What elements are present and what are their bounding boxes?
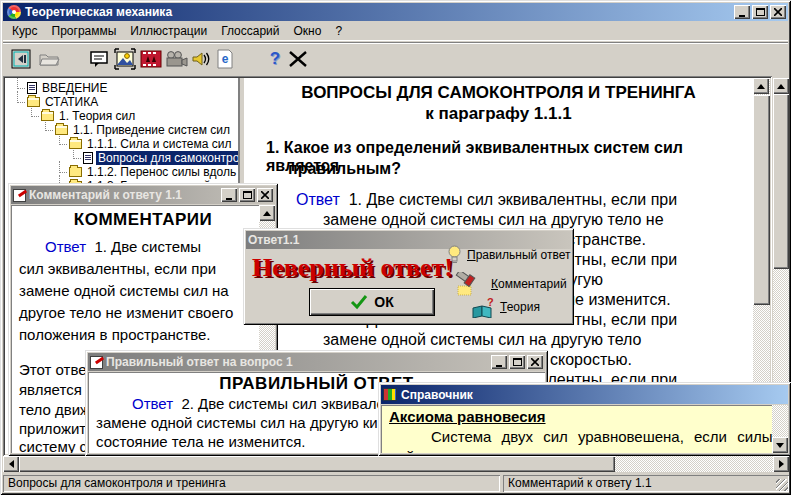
tree-item-vvedenie[interactable]: ВВЕДЕНИЕ: [5, 81, 238, 95]
reference-line: действия, равные модули и противоположно…: [381, 447, 788, 453]
answer-dialog: Ответ1.1 Неверный ответ! ОК Правильный о…: [243, 228, 574, 325]
closed-folder-icon: [69, 167, 82, 177]
correct-answer-option[interactable]: Правильный ответ: [447, 245, 571, 264]
scroll-up-button[interactable]: [259, 205, 275, 221]
scroll-up-button[interactable]: [753, 78, 769, 94]
comment-line: замене одной системы сил на: [11, 280, 275, 302]
menu-okno[interactable]: Окно: [287, 22, 329, 40]
filmstrip-icon: [140, 49, 162, 69]
tree-item-perenos-sily[interactable]: 1.1.2. Перенос силы вдоль линии: [5, 165, 238, 179]
open-folder-icon: [55, 125, 68, 135]
answer-line: замене одной системы сил на другую тело: [323, 331, 641, 349]
scroll-left-button[interactable]: [3, 456, 19, 472]
app-window: Теоретическая механика Курс Программы Ил…: [0, 0, 791, 495]
tree-item-privedenie[interactable]: 1.1. Приведение систем сил: [5, 123, 238, 137]
comment-line: другое тело не изменит своего: [11, 302, 275, 324]
maximize-button[interactable]: [752, 5, 768, 19]
scroll-thumb[interactable]: [773, 94, 789, 269]
document-icon: [83, 152, 93, 164]
minimize-button[interactable]: [221, 188, 237, 202]
reference-body: Аксиома равновесия Система двух сил урав…: [381, 405, 788, 453]
document-icon: [27, 82, 37, 94]
tree-item-statika[interactable]: СТАТИКА: [5, 95, 238, 109]
svg-text:e: e: [222, 52, 229, 66]
open-folder-icon: [27, 97, 40, 107]
film-tool-button[interactable]: [139, 47, 163, 71]
question-line: правильным?: [288, 160, 401, 178]
picture-icon: [114, 48, 136, 70]
flashlight-icon: [454, 272, 486, 296]
close-icon: [531, 358, 539, 366]
comment-titlebar[interactable]: Комментарий к ответу 1.1: [11, 186, 275, 204]
window-title: Теоретическая механика: [25, 5, 172, 19]
answer-link[interactable]: Ответ: [132, 395, 173, 412]
maximize-button[interactable]: [239, 188, 255, 202]
check-icon: [350, 294, 368, 310]
menu-illyustracii[interactable]: Иллюстрации: [123, 22, 214, 40]
resize-grip[interactable]: [776, 479, 788, 491]
comment-line: сил эквивалентны, если при: [11, 258, 275, 280]
menu-help[interactable]: ?: [328, 22, 349, 40]
close-button[interactable]: [770, 5, 786, 19]
reference-heading: Аксиома равновесия: [381, 405, 788, 427]
menu-kurs[interactable]: Курс: [5, 22, 45, 40]
answer-link[interactable]: Ответ: [296, 191, 340, 208]
comment-window-icon: [13, 189, 26, 202]
comment-option[interactable]: Комментарий: [454, 272, 567, 296]
tree-item-sila-i-sistema[interactable]: 1.1.1. Сила и система сил: [5, 137, 238, 151]
workspace-hscrollbar[interactable]: [3, 456, 789, 472]
menubar: Курс Программы Иллюстрации Глоссарий Окн…: [3, 21, 788, 41]
status-left-panel: Вопросы для самоконтроля и тренинга: [3, 475, 500, 492]
close-button[interactable]: [527, 355, 543, 369]
scroll-thumb[interactable]: [753, 95, 770, 305]
exit-button[interactable]: [286, 47, 310, 71]
tree-item-teoriya-sil[interactable]: 1. Теория сил: [5, 109, 238, 123]
reference-titlebar[interactable]: Справочник: [381, 385, 788, 404]
video-tool-button[interactable]: [164, 47, 188, 71]
reference-window: Справочник Аксиома равновесия Система дв…: [378, 382, 791, 456]
scroll-right-button[interactable]: [773, 456, 789, 472]
picture-tool-button[interactable]: [113, 47, 137, 71]
menu-glossarij[interactable]: Глоссарий: [214, 22, 286, 40]
open-folder-icon: [69, 139, 82, 149]
maximize-button[interactable]: [509, 355, 525, 369]
toolbar: e ?: [3, 42, 788, 75]
comment-tool-button[interactable]: [87, 47, 111, 71]
tree-item-voprosy[interactable]: Вопросы для самоконтроля и тренинга: [5, 151, 238, 165]
exit-x-icon: [288, 50, 308, 68]
minimize-button[interactable]: [734, 5, 750, 19]
correct-window-icon: [90, 356, 103, 369]
doc-subtitle: к параграфу 1.1.1: [244, 104, 753, 124]
close-icon: [261, 191, 269, 199]
help-button[interactable]: ?: [263, 47, 287, 71]
open-button[interactable]: [37, 47, 61, 71]
correct-titlebar[interactable]: Правильный ответ на вопрос 1: [88, 353, 545, 371]
contents-toggle-button[interactable]: [9, 47, 33, 71]
comment-icon: [89, 49, 109, 69]
close-icon: [774, 8, 782, 16]
contents-toggle-icon: [11, 49, 31, 69]
close-button[interactable]: [257, 188, 273, 202]
theory-option[interactable]: ? Теория: [471, 296, 540, 318]
menu-programmy[interactable]: Программы: [45, 22, 124, 40]
status-right-panel: Комментарий к ответу 1.1: [503, 475, 789, 492]
reference-line: Система двух сил уравновешена, если силы…: [381, 427, 788, 447]
sound-tool-button[interactable]: [189, 47, 213, 71]
wrong-answer-message: Неверный ответ!: [252, 253, 453, 283]
app-icon: [7, 5, 21, 19]
scroll-thumb[interactable]: [19, 456, 615, 472]
svg-text:?: ?: [487, 296, 494, 308]
minimize-button[interactable]: [491, 355, 507, 369]
reference-window-title: Справочник: [401, 388, 473, 402]
comment-line: положения в пространстве.: [11, 324, 275, 346]
scroll-down-button[interactable]: [772, 437, 788, 453]
reference-scrollbar[interactable]: [772, 405, 788, 453]
ok-button[interactable]: ОК: [309, 288, 435, 316]
answer-link[interactable]: Ответ: [45, 238, 86, 255]
comment-window-title: Комментарий к ответу 1.1: [29, 188, 182, 202]
statusbar: Вопросы для самоконтроля и тренинга Комм…: [3, 473, 789, 492]
scroll-up-button[interactable]: [773, 78, 789, 94]
web-tool-button[interactable]: e: [213, 47, 237, 71]
open-folder-icon: [41, 111, 54, 121]
web-page-icon: e: [215, 48, 235, 70]
